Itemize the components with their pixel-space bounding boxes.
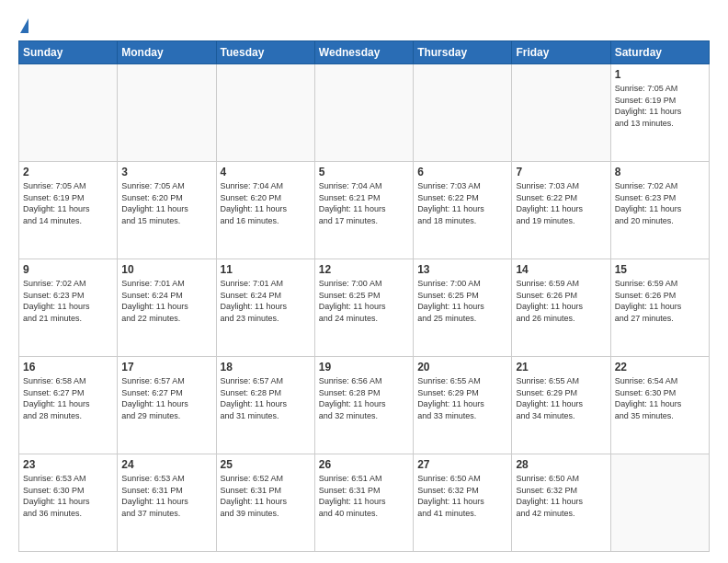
day-number: 14 [516,263,606,276]
day-cell: 13Sunrise: 7:00 AM Sunset: 6:25 PM Dayli… [414,259,512,357]
day-cell: 12Sunrise: 7:00 AM Sunset: 6:25 PM Dayli… [314,259,413,357]
calendar-body: 1Sunrise: 7:05 AM Sunset: 6:19 PM Daylig… [19,64,710,552]
day-cell: 16Sunrise: 6:58 AM Sunset: 6:27 PM Dayli… [19,357,118,454]
day-cell: 8Sunrise: 7:02 AM Sunset: 6:23 PM Daylig… [610,162,709,259]
day-info: Sunrise: 6:51 AM Sunset: 6:31 PM Dayligh… [319,473,409,519]
day-header-saturday: Saturday [610,41,709,64]
day-cell: 22Sunrise: 6:54 AM Sunset: 6:30 PM Dayli… [610,357,709,454]
day-cell: 27Sunrise: 6:50 AM Sunset: 6:32 PM Dayli… [414,454,512,552]
day-info: Sunrise: 7:05 AM Sunset: 6:20 PM Dayligh… [121,180,211,226]
calendar-page: SundayMondayTuesdayWednesdayThursdayFrid… [0,0,728,563]
day-number: 10 [121,263,211,276]
day-cell: 15Sunrise: 6:59 AM Sunset: 6:26 PM Dayli… [610,259,709,357]
day-cell: 14Sunrise: 6:59 AM Sunset: 6:26 PM Dayli… [512,259,610,357]
day-cell: 20Sunrise: 6:55 AM Sunset: 6:29 PM Dayli… [414,357,512,454]
logo-triangle-icon [20,18,28,33]
day-number: 19 [319,361,409,373]
day-info: Sunrise: 6:57 AM Sunset: 6:28 PM Dayligh… [221,375,311,421]
day-cell: 5Sunrise: 7:04 AM Sunset: 6:21 PM Daylig… [314,162,413,259]
day-header-wednesday: Wednesday [314,41,413,64]
day-cell: 2Sunrise: 7:05 AM Sunset: 6:19 PM Daylig… [19,162,118,259]
day-header-sunday: Sunday [19,41,118,64]
day-number: 23 [23,458,113,471]
day-info: Sunrise: 6:55 AM Sunset: 6:29 PM Dayligh… [417,375,507,421]
day-cell: 9Sunrise: 7:02 AM Sunset: 6:23 PM Daylig… [19,259,118,357]
day-info: Sunrise: 7:03 AM Sunset: 6:22 PM Dayligh… [516,180,606,226]
week-row-4: 23Sunrise: 6:53 AM Sunset: 6:30 PM Dayli… [19,454,710,552]
day-cell [414,64,512,162]
day-info: Sunrise: 6:54 AM Sunset: 6:30 PM Dayligh… [615,375,705,421]
day-cell: 6Sunrise: 7:03 AM Sunset: 6:22 PM Daylig… [414,162,512,259]
day-info: Sunrise: 7:00 AM Sunset: 6:25 PM Dayligh… [319,278,409,324]
day-number: 18 [221,361,311,373]
day-number: 24 [121,458,211,471]
day-cell: 1Sunrise: 7:05 AM Sunset: 6:19 PM Daylig… [610,64,709,162]
day-info: Sunrise: 6:50 AM Sunset: 6:32 PM Dayligh… [516,473,606,519]
week-row-1: 2Sunrise: 7:05 AM Sunset: 6:19 PM Daylig… [19,162,710,259]
day-cell [216,64,314,162]
day-number: 8 [615,166,705,178]
day-cell: 19Sunrise: 6:56 AM Sunset: 6:28 PM Dayli… [314,357,413,454]
calendar-table: SundayMondayTuesdayWednesdayThursdayFrid… [18,40,710,552]
day-cell: 25Sunrise: 6:52 AM Sunset: 6:31 PM Dayli… [216,454,314,552]
day-info: Sunrise: 7:02 AM Sunset: 6:23 PM Dayligh… [615,180,705,226]
day-cell: 11Sunrise: 7:01 AM Sunset: 6:24 PM Dayli… [216,259,314,357]
day-cell: 7Sunrise: 7:03 AM Sunset: 6:22 PM Daylig… [512,162,610,259]
day-header-friday: Friday [512,41,610,64]
day-info: Sunrise: 6:58 AM Sunset: 6:27 PM Dayligh… [23,375,113,421]
day-number: 1 [615,68,705,81]
day-header-row: SundayMondayTuesdayWednesdayThursdayFrid… [19,41,710,64]
week-row-0: 1Sunrise: 7:05 AM Sunset: 6:19 PM Daylig… [19,64,710,162]
day-number: 26 [319,458,409,471]
day-info: Sunrise: 7:04 AM Sunset: 6:20 PM Dayligh… [221,180,311,226]
day-cell [610,454,709,552]
day-number: 11 [221,263,311,276]
day-cell: 24Sunrise: 6:53 AM Sunset: 6:31 PM Dayli… [118,454,216,552]
header [18,15,710,33]
day-header-thursday: Thursday [414,41,512,64]
day-number: 21 [516,361,606,373]
day-cell: 28Sunrise: 6:50 AM Sunset: 6:32 PM Dayli… [512,454,610,552]
day-number: 16 [23,361,113,373]
week-row-3: 16Sunrise: 6:58 AM Sunset: 6:27 PM Dayli… [19,357,710,454]
day-info: Sunrise: 7:05 AM Sunset: 6:19 PM Dayligh… [615,83,705,129]
day-cell: 23Sunrise: 6:53 AM Sunset: 6:30 PM Dayli… [19,454,118,552]
day-info: Sunrise: 6:50 AM Sunset: 6:32 PM Dayligh… [417,473,507,519]
day-info: Sunrise: 6:57 AM Sunset: 6:27 PM Dayligh… [121,375,211,421]
day-info: Sunrise: 7:01 AM Sunset: 6:24 PM Dayligh… [121,278,211,324]
day-header-monday: Monday [118,41,216,64]
day-number: 2 [23,166,113,178]
day-number: 13 [417,263,507,276]
day-cell [512,64,610,162]
day-info: Sunrise: 6:55 AM Sunset: 6:29 PM Dayligh… [516,375,606,421]
day-info: Sunrise: 7:01 AM Sunset: 6:24 PM Dayligh… [221,278,311,324]
day-number: 27 [417,458,507,471]
day-info: Sunrise: 6:52 AM Sunset: 6:31 PM Dayligh… [221,473,311,519]
day-info: Sunrise: 7:03 AM Sunset: 6:22 PM Dayligh… [417,180,507,226]
day-info: Sunrise: 6:53 AM Sunset: 6:30 PM Dayligh… [23,473,113,519]
week-row-2: 9Sunrise: 7:02 AM Sunset: 6:23 PM Daylig… [19,259,710,357]
day-info: Sunrise: 6:59 AM Sunset: 6:26 PM Dayligh… [516,278,606,324]
day-cell: 17Sunrise: 6:57 AM Sunset: 6:27 PM Dayli… [118,357,216,454]
day-cell [314,64,413,162]
day-info: Sunrise: 6:59 AM Sunset: 6:26 PM Dayligh… [615,278,705,324]
day-cell [118,64,216,162]
day-number: 4 [221,166,311,178]
day-info: Sunrise: 7:00 AM Sunset: 6:25 PM Dayligh… [417,278,507,324]
day-cell: 3Sunrise: 7:05 AM Sunset: 6:20 PM Daylig… [118,162,216,259]
day-number: 15 [615,263,705,276]
day-number: 17 [121,361,211,373]
calendar-header: SundayMondayTuesdayWednesdayThursdayFrid… [19,41,710,64]
day-number: 5 [319,166,409,178]
day-header-tuesday: Tuesday [216,41,314,64]
day-number: 9 [23,263,113,276]
logo [18,18,28,33]
day-info: Sunrise: 7:02 AM Sunset: 6:23 PM Dayligh… [23,278,113,324]
day-number: 7 [516,166,606,178]
day-cell: 10Sunrise: 7:01 AM Sunset: 6:24 PM Dayli… [118,259,216,357]
day-number: 28 [516,458,606,471]
day-info: Sunrise: 7:05 AM Sunset: 6:19 PM Dayligh… [23,180,113,226]
day-info: Sunrise: 7:04 AM Sunset: 6:21 PM Dayligh… [319,180,409,226]
day-number: 3 [121,166,211,178]
day-cell: 4Sunrise: 7:04 AM Sunset: 6:20 PM Daylig… [216,162,314,259]
